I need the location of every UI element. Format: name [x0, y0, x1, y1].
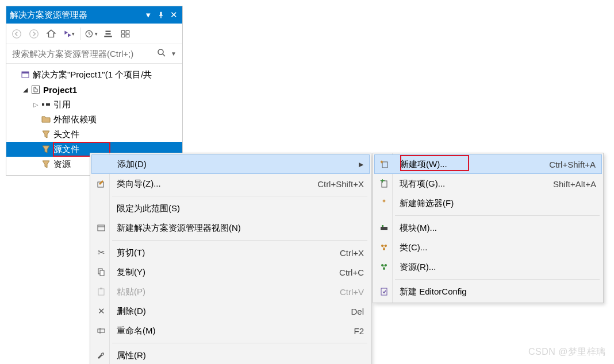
panel-toolbar: ▾ ▾ — [6, 24, 182, 44]
watermark-text: CSDN @梦里梓璃 — [528, 346, 606, 358]
menu-item-new-view[interactable]: 新建解决方案资源管理器视图(N) — [91, 218, 370, 238]
svg-rect-19 — [98, 289, 104, 295]
module-icon — [374, 223, 394, 233]
project-node[interactable]: ◢ Project1 — [6, 82, 182, 97]
expand-icon[interactable]: ▷ — [32, 101, 40, 109]
search-icon[interactable] — [155, 48, 168, 59]
references-node[interactable]: ▷ 引用 — [6, 97, 182, 112]
resources-label: 资源 — [53, 159, 71, 170]
svg-point-1 — [30, 29, 39, 38]
menu-item-scope[interactable]: 限定为此范围(S) — [91, 199, 370, 218]
menu-separator — [112, 196, 367, 196]
svg-rect-11 — [32, 86, 40, 94]
menu-item-resource[interactable]: 资源(R)... — [374, 257, 602, 277]
pin-icon[interactable] — [156, 10, 166, 20]
headers-label: 头文件 — [53, 129, 79, 140]
new-item-icon — [375, 160, 394, 169]
svg-text:+: + — [380, 179, 385, 185]
filter-icon — [41, 144, 51, 154]
project-label: Project1 — [43, 85, 77, 95]
svg-rect-27 — [382, 225, 383, 227]
references-icon — [41, 99, 51, 110]
search-dropdown-icon[interactable]: ▼ — [168, 51, 179, 57]
solution-label: 解决方案"Project1"(1 个项目/共 — [33, 69, 152, 80]
references-label: 引用 — [53, 99, 71, 110]
menu-item-paste: 粘贴(P) Ctrl+V — [91, 282, 370, 301]
rename-icon — [91, 326, 111, 335]
submenu-arrow-icon: ▶ — [355, 161, 363, 168]
search-input[interactable] — [10, 47, 155, 61]
pending-changes-button[interactable]: ▾ — [83, 26, 99, 42]
svg-rect-6 — [126, 34, 129, 37]
toolbar-separator — [80, 28, 80, 40]
wizard-icon — [91, 179, 111, 188]
project-icon — [30, 84, 41, 95]
context-menu-add-submenu: 新建项(W)... Ctrl+Shift+A + 现有项(G)... Shift… — [373, 153, 604, 303]
sources-label: 源文件 — [53, 144, 79, 155]
svg-rect-21 — [98, 329, 105, 332]
forward-button[interactable] — [26, 26, 42, 42]
home-button[interactable] — [43, 26, 59, 42]
context-menu-primary: 添加(D) ▶ 类向导(Z)... Ctrl+Shift+X 限定为此范围(S)… — [90, 153, 371, 364]
filter-icon — [41, 129, 51, 140]
resource-icon — [374, 262, 394, 272]
menu-item-add[interactable]: 添加(D) ▶ — [91, 154, 370, 174]
svg-rect-5 — [121, 34, 125, 37]
svg-rect-23 — [382, 162, 387, 168]
menu-item-new-item[interactable]: 新建项(W)... Ctrl+Shift+A — [374, 154, 602, 174]
menu-item-editorconfig[interactable]: 新建 EditorConfig — [374, 282, 602, 301]
dropdown-icon[interactable]: ▾ — [143, 10, 154, 20]
svg-rect-13 — [46, 103, 50, 106]
menu-item-delete[interactable]: ✕ 删除(D) Del — [91, 301, 370, 321]
menu-item-existing-item[interactable]: + 现有项(G)... Shift+Alt+A — [374, 174, 602, 193]
menu-item-class[interactable]: 类(C)... — [374, 238, 602, 257]
svg-rect-18 — [100, 270, 104, 276]
solution-node[interactable]: 解决方案"Project1"(1 个项目/共 — [6, 67, 182, 82]
copy-icon — [91, 268, 111, 277]
headers-node[interactable]: 头文件 — [6, 127, 182, 142]
wrench-icon — [91, 351, 111, 360]
sync-button[interactable] — [100, 26, 116, 42]
svg-rect-15 — [98, 225, 105, 231]
editorconfig-icon — [374, 287, 394, 296]
svg-rect-12 — [42, 103, 44, 106]
menu-item-module[interactable]: 模块(M)... — [374, 218, 602, 238]
cut-icon: ✂ — [91, 247, 111, 258]
menu-item-new-filter[interactable]: 新建筛选器(F) — [374, 193, 602, 213]
menu-item-rename[interactable]: 重命名(M) F2 — [91, 321, 370, 340]
menu-separator — [395, 279, 600, 280]
new-view-icon — [91, 223, 111, 233]
switch-views-button[interactable]: ▾ — [60, 26, 76, 42]
svg-point-0 — [13, 29, 21, 38]
new-filter-icon — [374, 199, 394, 207]
filter-icon — [41, 159, 51, 169]
external-deps-node[interactable]: 外部依赖项 — [6, 112, 182, 127]
paste-icon — [91, 287, 111, 296]
menu-separator — [395, 215, 600, 216]
svg-point-7 — [158, 49, 163, 55]
menu-item-cut[interactable]: ✂ 剪切(T) Ctrl+X — [91, 243, 370, 262]
back-button[interactable] — [9, 26, 25, 42]
panel-titlebar[interactable]: 解决方案资源管理器 ▾ ✕ — [6, 6, 182, 24]
svg-rect-26 — [381, 227, 387, 230]
existing-item-icon: + — [374, 179, 394, 188]
svg-rect-4 — [126, 30, 129, 33]
menu-item-class-wizard[interactable]: 类向导(Z)... Ctrl+Shift+X — [91, 174, 370, 193]
svg-rect-34 — [381, 288, 387, 295]
solution-icon — [20, 69, 30, 80]
svg-rect-3 — [121, 30, 125, 33]
folder-icon — [41, 114, 51, 125]
menu-separator — [112, 343, 367, 343]
svg-rect-10 — [22, 72, 29, 73]
menu-item-copy[interactable]: 复制(Y) Ctrl+C — [91, 262, 370, 282]
menu-separator — [112, 240, 367, 241]
collapse-icon[interactable]: ◢ — [21, 86, 29, 94]
close-icon[interactable]: ✕ — [168, 10, 179, 20]
class-icon — [374, 243, 394, 252]
menu-item-properties[interactable]: 属性(R) — [91, 346, 370, 364]
show-all-button[interactable] — [117, 26, 133, 42]
svg-rect-20 — [100, 288, 102, 289]
svg-line-8 — [163, 54, 165, 56]
solution-explorer-panel: 解决方案资源管理器 ▾ ✕ ▾ ▾ ▼ 解决方案"Project1"(1 个项目… — [6, 6, 183, 176]
search-bar: ▼ — [6, 44, 182, 64]
